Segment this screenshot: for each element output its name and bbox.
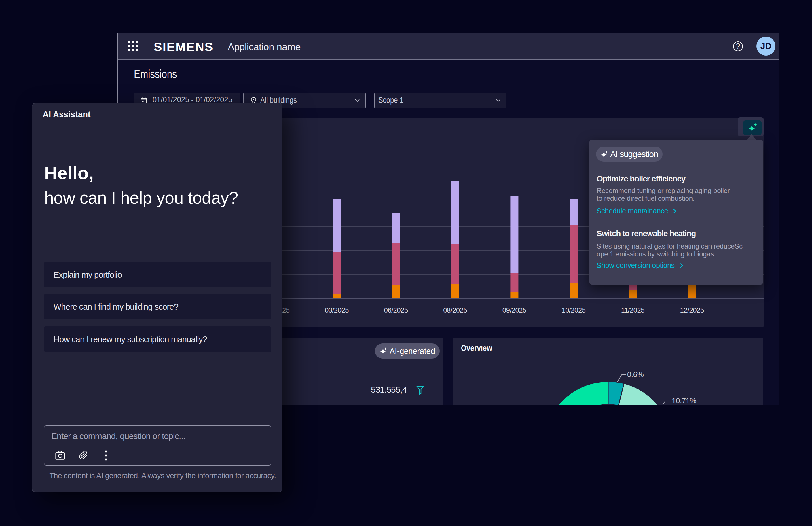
svg-text:11/2025: 11/2025 xyxy=(621,306,645,314)
svg-text:12/2025: 12/2025 xyxy=(680,306,704,314)
svg-text:0.6%: 0.6% xyxy=(627,370,644,379)
svg-text:10.71%: 10.71% xyxy=(672,396,697,405)
svg-text:08/2025: 08/2025 xyxy=(443,306,467,314)
svg-text:06/2025: 06/2025 xyxy=(384,306,408,314)
svg-text:10/2025: 10/2025 xyxy=(562,306,585,314)
svg-text:03/2025: 03/2025 xyxy=(325,306,349,314)
svg-text:09/2025: 09/2025 xyxy=(503,306,526,314)
